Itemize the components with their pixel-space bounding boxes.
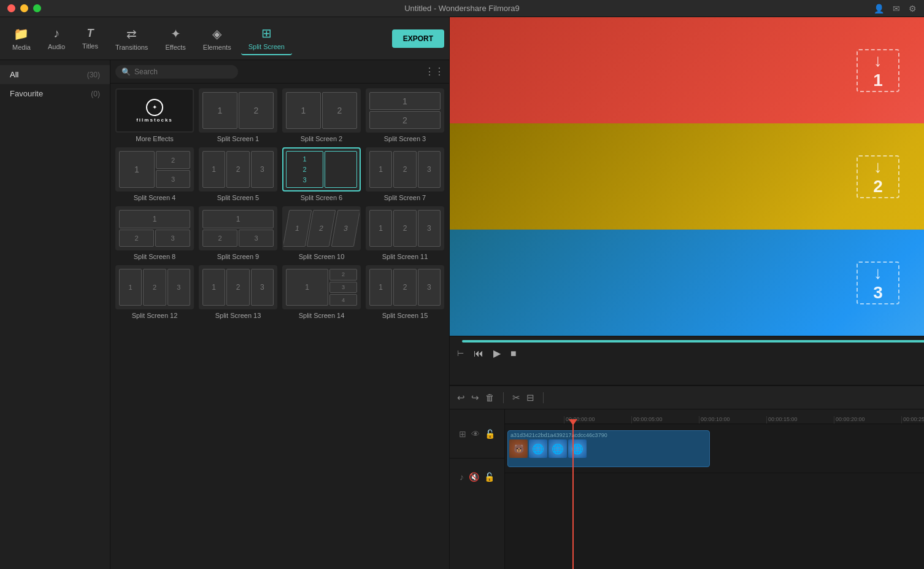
mail-icon[interactable]: ✉ [893, 4, 900, 14]
progress-bar[interactable] [462, 340, 924, 343]
toolbar-transitions[interactable]: ⇄ Transitions [108, 23, 155, 55]
ss13-thumb: 1 2 3 [199, 265, 277, 309]
filmstocks-label: More Effects [136, 135, 174, 142]
search-box[interactable]: 🔍 [115, 65, 238, 79]
preview-number-3: ↓ 3 [857, 261, 899, 304]
ss14-label: Split Screen 14 [299, 312, 345, 319]
toolbar-titles[interactable]: T Titles [75, 23, 106, 53]
audio-icon: ♪ [53, 26, 60, 41]
video-track-controls: ⊞ 👁 🔓 [450, 409, 504, 459]
minimize-button[interactable] [20, 4, 28, 12]
toolbar-audio[interactable]: ♪ Audio [40, 23, 72, 54]
split-screen-icon: ⊞ [261, 26, 272, 41]
ss15-thumb: 1 2 3 [366, 265, 444, 309]
effect-ss9[interactable]: 1 2 3 Split Screen 9 [199, 206, 277, 260]
effect-ss15[interactable]: 1 2 3 Split Screen 15 [366, 265, 444, 319]
preview-row-3: ↓ 3 [450, 230, 924, 336]
effect-filmstocks[interactable]: ✦ filmstocks More Effects [115, 88, 194, 142]
ss7-label: Split Screen 7 [384, 194, 426, 201]
ss12-thumb: 1 2 3 [115, 265, 194, 309]
split-tool[interactable]: ⊟ [526, 392, 534, 403]
ss7-thumb: 1 2 3 [366, 147, 444, 192]
ss1-thumb: 1 2 [199, 88, 277, 133]
toolbar-effects[interactable]: ✦ Effects [158, 23, 193, 55]
preview-controls: ⊢ ⏮ ▶ ■ 🖥 📷 🔊 ⛶ 00:00:01:17 [450, 336, 924, 385]
delete-tool[interactable]: 🗑 [485, 392, 495, 403]
effect-ss4[interactable]: 1 2 3 Split Screen 4 [115, 147, 194, 201]
ss5-label: Split Screen 5 [217, 194, 259, 201]
effect-ss7[interactable]: 1 2 3 Split Screen 7 [366, 147, 444, 201]
undo-tool[interactable]: ↩ [457, 392, 465, 403]
toolbar-media[interactable]: 📁 Media [5, 23, 38, 55]
audio-track-controls: ♪ 🔇 🔓 [450, 459, 504, 495]
effect-ss6[interactable]: 1 2 3 Split Screen 6 [282, 147, 361, 201]
timeline-content-area: 00:00:00:00 00:00:05:00 00:00:10:00 00:0… [505, 409, 924, 569]
ss15-label: Split Screen 15 [382, 312, 428, 319]
settings-icon[interactable]: ⚙ [909, 4, 917, 14]
step-back-button[interactable]: ⏮ [474, 348, 483, 359]
stop-button[interactable]: ■ [510, 348, 517, 359]
sidebar-item-all[interactable]: All (30) [0, 65, 110, 84]
track-eye-icon[interactable]: 👁 [471, 429, 480, 439]
effect-ss5[interactable]: 1 2 3 Split Screen 5 [199, 147, 277, 201]
ss8-label: Split Screen 8 [134, 253, 175, 260]
video-clip[interactable]: a31d3421c2bd1a439217acdcc46c3790 🐻 [507, 430, 710, 467]
search-input[interactable] [134, 68, 232, 76]
clip-thumbnails: 🐻 [508, 439, 709, 458]
effect-ss11[interactable]: 1 2 3 Split Screen 11 [366, 206, 444, 260]
preview-row-1: ↓ 1 [450, 17, 924, 123]
ruler-mark-5: 00:00:25:00 [901, 416, 924, 424]
filmstocks-thumb: ✦ filmstocks [115, 88, 194, 133]
video-track-lane: a31d3421c2bd1a439217acdcc46c3790 🐻 [505, 424, 924, 473]
maximize-button[interactable] [33, 4, 41, 12]
preview-row-2: ↓ 2 [450, 123, 924, 230]
audio-lock-icon[interactable]: 🔓 [484, 472, 495, 482]
ss9-label: Split Screen 9 [217, 253, 259, 260]
ss8-thumb: 1 2 3 [115, 206, 194, 250]
effect-ss2[interactable]: 1 2 Split Screen 2 [282, 88, 361, 142]
grid-options-icon[interactable]: ⋮⋮ [425, 66, 444, 77]
close-button[interactable] [7, 4, 15, 12]
ss5-thumb: 1 2 3 [199, 147, 277, 192]
effect-ss14[interactable]: 1 2 3 4 Split Screen 14 [282, 265, 361, 319]
cut-tool[interactable]: ✂ [512, 392, 520, 403]
ss11-label: Split Screen 11 [382, 253, 428, 260]
ss4-label: Split Screen 4 [134, 194, 175, 201]
ss14-thumb: 1 2 3 4 [282, 265, 361, 309]
media-icon: 📁 [13, 26, 29, 41]
preview-num-text-1: 1 [873, 71, 883, 90]
effect-ss3[interactable]: 1 2 Split Screen 3 [366, 88, 444, 142]
audio-note-icon[interactable]: ♪ [460, 472, 464, 482]
effect-grid: ✦ filmstocks More Effects [110, 83, 449, 569]
audio-mute-icon[interactable]: 🔇 [469, 472, 479, 482]
ss10-thumb: 1 2 3 [282, 206, 361, 250]
clip-thumb-3 [549, 439, 567, 458]
ss12-label: Split Screen 12 [132, 312, 178, 319]
user-icon[interactable]: 👤 [874, 4, 884, 14]
sidebar: All (30) Favourite (0) [0, 60, 110, 569]
toolbar-elements[interactable]: ◈ Elements [196, 23, 239, 55]
effect-ss12[interactable]: 1 2 3 Split Screen 12 [115, 265, 194, 319]
effect-ss13[interactable]: 1 2 3 Split Screen 13 [199, 265, 277, 319]
effect-ss8[interactable]: 1 2 3 Split Screen 8 [115, 206, 194, 260]
track-lock-icon[interactable]: 🔓 [485, 429, 495, 439]
ruler-mark-4: 00:00:20:00 [834, 416, 901, 424]
effect-ss1[interactable]: 1 2 Split Screen 1 [199, 88, 277, 142]
tl-separator-2 [543, 392, 544, 403]
sidebar-item-favourite[interactable]: Favourite (0) [0, 84, 110, 103]
track-grid-icon[interactable]: ⊞ [459, 429, 466, 439]
export-button[interactable]: EXPORT [392, 29, 444, 48]
ruler-mark-0: 00:00:00:00 [564, 416, 631, 424]
content-area: All (30) Favourite (0) 🔍 ⋮⋮ [0, 60, 449, 569]
transitions-icon: ⇄ [126, 26, 137, 41]
preview-split: ↓ 1 ↓ 2 ↓ 3 [450, 17, 924, 336]
titlebar-controls: 👤 ✉ ⚙ [874, 4, 917, 14]
track-controls: ⊞ 👁 🔓 ♪ 🔇 🔓 [450, 409, 505, 569]
ss1-label: Split Screen 1 [217, 135, 259, 142]
play-button[interactable]: ▶ [493, 347, 501, 359]
grid-toolbar: 🔍 ⋮⋮ [110, 60, 449, 83]
timeline-area: ↩ ↪ 🗑 ✂ ⊟ ▶ ⚑ 🎤 🎵 ⧉ ↺ − [450, 385, 924, 569]
effect-ss10[interactable]: 1 2 3 Split Screen 10 [282, 206, 361, 260]
redo-tool[interactable]: ↪ [471, 392, 479, 403]
toolbar-split-screen[interactable]: ⊞ Split Screen [241, 22, 292, 55]
